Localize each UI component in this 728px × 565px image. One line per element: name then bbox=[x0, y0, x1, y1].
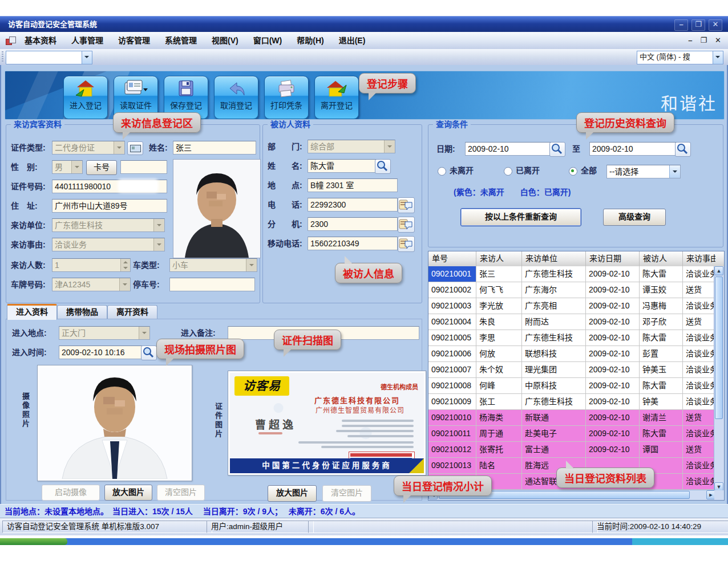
cell-id[interactable]: 090210004 bbox=[428, 314, 476, 330]
cell-reason[interactable]: 洽谈业务 bbox=[683, 426, 715, 442]
card-clear-button[interactable]: 清空图片 bbox=[322, 485, 371, 502]
entry-time-field[interactable]: 2009-02-10 10:16 bbox=[59, 345, 143, 359]
menu-item[interactable]: 系统管理 bbox=[157, 32, 204, 49]
cell-date[interactable]: 2009-02-10 bbox=[586, 426, 640, 442]
cell-host[interactable]: 彭置 bbox=[640, 346, 683, 362]
date-from-picker-button[interactable] bbox=[549, 142, 565, 157]
start-button-fragment[interactable] bbox=[0, 538, 67, 545]
col-header-id[interactable]: 单号 bbox=[428, 251, 476, 266]
tab-leave-info[interactable]: 离开资料 bbox=[107, 305, 157, 319]
cell-visitor[interactable]: 张三 bbox=[476, 266, 522, 282]
col-header-reason[interactable]: 来访事由 bbox=[683, 251, 715, 266]
date-to-picker-button[interactable] bbox=[675, 142, 691, 157]
cell-date[interactable]: 2009-02-10 bbox=[586, 330, 640, 346]
cell-date[interactable]: 2009-02-10 bbox=[586, 394, 640, 410]
dial-ext-button[interactable] bbox=[398, 217, 415, 233]
table-row[interactable]: 090210012 张寄托 富士通 2009-02-10 谭国 送货 bbox=[428, 442, 715, 458]
cell-reason[interactable]: 洽谈业务 bbox=[683, 362, 715, 378]
cell-visitor[interactable]: 朱个奴 bbox=[476, 362, 522, 378]
chevron-down-icon[interactable] bbox=[82, 51, 92, 64]
cell-host[interactable]: 谭玉姣 bbox=[640, 282, 683, 298]
host-ext-field[interactable]: 2300 bbox=[308, 217, 398, 231]
cell-date[interactable]: 2009-02-10 bbox=[586, 378, 640, 394]
cell-visitor[interactable]: 何峰 bbox=[476, 378, 522, 394]
cell-host[interactable]: 谢清兰 bbox=[640, 410, 683, 426]
table-row[interactable]: 090210004 朱良 附而达 2009-02-10 邓子欣 送货 bbox=[428, 314, 715, 330]
visitor-name-field[interactable]: 张三 bbox=[173, 141, 256, 155]
toolbar-grip[interactable] bbox=[2, 51, 3, 63]
table-row[interactable]: 090210010 杨海类 新联通 2009-02-10 谢清兰 送货 bbox=[428, 410, 715, 426]
entry-time-picker-button[interactable] bbox=[141, 345, 157, 360]
cell-date[interactable]: 2009-02-10 bbox=[586, 442, 640, 458]
cell-date[interactable]: 2009-02-10 bbox=[586, 282, 640, 298]
chevron-down-icon[interactable] bbox=[669, 165, 680, 178]
chevron-down-icon[interactable] bbox=[713, 51, 723, 64]
cell-company[interactable]: 广东德生科技 bbox=[522, 266, 586, 282]
cell-id[interactable]: 090210011 bbox=[428, 426, 476, 442]
radio-not-left[interactable] bbox=[438, 167, 446, 176]
cell-date[interactable]: 2009-02-10 bbox=[586, 298, 640, 314]
table-row[interactable]: 090210009 张工 广东德生科技 2009-02-10 钟美 洽谈业务 bbox=[428, 394, 715, 410]
cell-reason[interactable]: 洽谈业务 bbox=[683, 394, 715, 410]
mdi-restore-icon[interactable]: ❐ bbox=[700, 32, 707, 49]
entry-place-combo[interactable]: 正大门 bbox=[59, 326, 150, 340]
card-zoom-button[interactable]: 放大图片 bbox=[268, 485, 317, 502]
scroll-thumb[interactable] bbox=[715, 277, 723, 419]
status-filter-combo[interactable]: --请选择 bbox=[606, 165, 681, 178]
scroll-up-icon[interactable]: ▲ bbox=[714, 266, 723, 275]
spinner-arrows-icon[interactable] bbox=[120, 259, 130, 271]
cell-company[interactable]: 中原科技 bbox=[522, 378, 586, 394]
visit-reason-combo[interactable]: 洽谈业务 bbox=[52, 238, 165, 251]
table-row[interactable]: 090210011 周于通 赴美电子 2009-02-10 陈大雷 洽谈业务 bbox=[428, 426, 715, 442]
car-type-combo[interactable]: 小车 bbox=[169, 258, 257, 272]
cell-visitor[interactable]: 杨海类 bbox=[476, 410, 522, 426]
card-number-button[interactable]: 卡号 bbox=[86, 160, 117, 175]
date-from-field[interactable]: 2009-02-10 bbox=[465, 142, 553, 156]
cell-visitor[interactable]: 朱良 bbox=[476, 314, 522, 330]
dial-phone-button[interactable] bbox=[398, 197, 415, 213]
menu-item[interactable]: 视图(V) bbox=[204, 32, 246, 49]
table-row[interactable]: 090210007 朱个奴 理光集团 2009-02-10 钟美玉 洽谈业务 bbox=[428, 362, 715, 378]
col-header-date[interactable]: 来访日期 bbox=[586, 251, 640, 266]
start-camera-button[interactable]: 启动摄像 bbox=[42, 485, 100, 501]
cell-host[interactable]: 陈大雷 bbox=[640, 266, 683, 282]
parking-field[interactable] bbox=[169, 278, 255, 291]
menu-item[interactable]: 访客管理 bbox=[111, 32, 157, 49]
cell-visitor[interactable]: 何飞飞 bbox=[476, 282, 522, 298]
quick-combo[interactable] bbox=[6, 51, 92, 64]
dept-combo[interactable]: 综合部 bbox=[308, 140, 395, 153]
cell-visitor[interactable]: 李思 bbox=[476, 330, 522, 346]
cell-id[interactable]: 090210003 bbox=[428, 298, 476, 314]
cell-date[interactable]: 2009-02-10 bbox=[586, 314, 640, 330]
cell-visitor[interactable]: 周于通 bbox=[476, 426, 522, 442]
card-number-field[interactable] bbox=[120, 160, 167, 174]
cell-reason[interactable]: 洽谈业务 bbox=[683, 298, 715, 314]
cell-host[interactable]: 谭国 bbox=[640, 442, 683, 458]
cell-company[interactable]: 富士通 bbox=[522, 442, 586, 458]
cell-host[interactable]: 冯惠梅 bbox=[640, 298, 683, 314]
date-to-field[interactable]: 2009-02-10 bbox=[589, 142, 677, 156]
host-phone-field[interactable]: 22992300 bbox=[308, 198, 398, 212]
cell-visitor[interactable]: 张寄托 bbox=[476, 442, 522, 458]
address-field[interactable]: 广州市中山大道89号 bbox=[52, 199, 167, 213]
host-name-field[interactable]: 陈大雷 bbox=[308, 159, 377, 173]
cell-id[interactable]: 090210010 bbox=[428, 410, 476, 426]
cell-host[interactable]: 钟美玉 bbox=[640, 362, 683, 378]
cell-visitor[interactable]: 何放 bbox=[476, 346, 522, 362]
cell-id[interactable]: 090210002 bbox=[428, 282, 476, 298]
cell-visitor[interactable]: 张工 bbox=[476, 394, 522, 410]
cancel-register-button[interactable]: 取消登记 bbox=[214, 76, 258, 119]
menu-item[interactable]: 人事管理 bbox=[64, 32, 111, 49]
cell-id[interactable]: 090210013 bbox=[428, 458, 476, 474]
photo-clear-button[interactable]: 清空图片 bbox=[157, 485, 205, 501]
mdi-close-icon[interactable]: ✕ bbox=[715, 32, 721, 49]
plate-combo[interactable]: 津A12345 bbox=[52, 278, 131, 291]
cell-date[interactable]: 2009-02-10 bbox=[586, 362, 640, 378]
visitor-count-spinner[interactable]: 1 bbox=[52, 258, 131, 272]
table-row[interactable]: 090210003 李光放 广东亮相 2009-02-10 冯惠梅 洽谈业务 bbox=[428, 298, 715, 314]
cell-company[interactable]: 理光集团 bbox=[522, 362, 586, 378]
cell-host[interactable]: 邓子欣 bbox=[640, 314, 683, 330]
mdi-minimize-icon[interactable]: – bbox=[688, 32, 692, 49]
cell-date[interactable]: 2009-02-10 bbox=[586, 266, 640, 282]
gender-combo[interactable]: 男 bbox=[52, 160, 83, 174]
